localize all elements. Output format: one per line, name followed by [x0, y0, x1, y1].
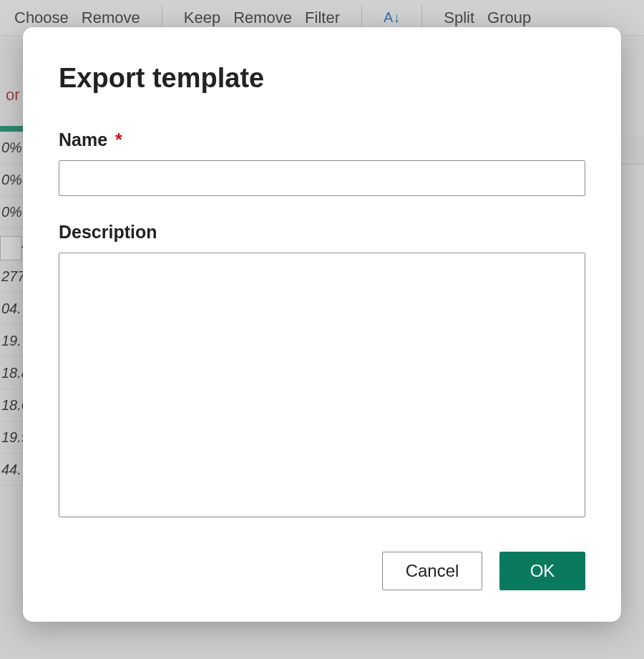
required-indicator: *	[115, 130, 122, 150]
export-template-dialog: Export template Name * Description Cance…	[23, 27, 621, 622]
cancel-button[interactable]: Cancel	[382, 552, 482, 590]
description-label: Description	[59, 222, 585, 243]
description-input[interactable]	[59, 253, 585, 517]
name-input[interactable]	[59, 160, 585, 196]
description-field-block: Description	[59, 222, 585, 520]
dialog-button-row: Cancel OK	[59, 552, 585, 590]
name-field-block: Name *	[59, 130, 585, 196]
ok-button[interactable]: OK	[499, 552, 585, 590]
dialog-title: Export template	[59, 63, 585, 94]
name-label: Name *	[59, 130, 585, 150]
name-label-text: Name	[59, 130, 107, 150]
